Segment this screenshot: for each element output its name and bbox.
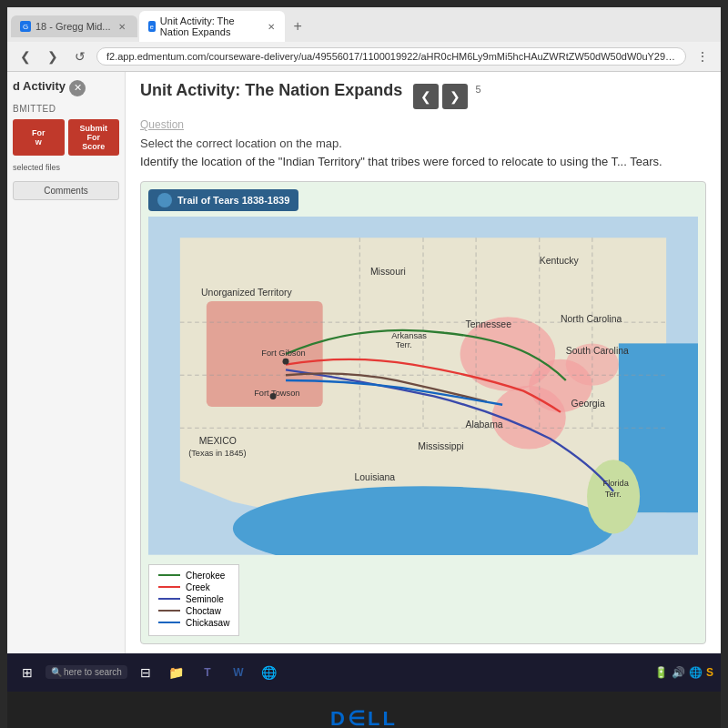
tab-close-unit[interactable]: ✕ <box>267 20 276 33</box>
taskbar-notification-s: S <box>706 666 713 679</box>
sidebar-title: d Activity <box>13 79 66 93</box>
legend-label-seminole: Seminole <box>186 594 224 604</box>
instruction-text: Select the correct location on the map. <box>140 136 706 150</box>
taskbar-file-explorer-button[interactable]: 📁 <box>164 660 189 685</box>
legend-line-chickasaw <box>158 622 180 623</box>
tab-label-gregg: 18 - Gregg Mid... <box>35 21 111 32</box>
main-content: Unit Activity: The Nation Expands ❮ ❯ 5 … <box>126 72 721 653</box>
map-svg: Unorganized Territory Missouri Kentucky … <box>148 217 698 555</box>
svg-text:South Carolina: South Carolina <box>566 346 629 356</box>
address-bar-row: ❮ ❯ ↺ f2.app.edmentum.com/courseware-del… <box>7 42 721 71</box>
start-button[interactable]: ⊞ <box>15 660 40 685</box>
search-icon: 🔍 <box>51 667 62 677</box>
svg-text:Louisiana: Louisiana <box>355 473 396 483</box>
legend-label-chickasaw: Chickasaw <box>186 618 229 628</box>
selected-files-label: selected files <box>13 163 119 172</box>
submit-for-score-button[interactable]: Submit ForScore <box>68 119 120 156</box>
taskbar-volume-icon: 🔊 <box>672 666 685 679</box>
new-tab-button[interactable]: + <box>287 14 309 39</box>
legend-item-seminole: Seminole <box>158 594 229 604</box>
question-text: Identify the location of the "Indian Ter… <box>140 154 706 170</box>
svg-text:Tennessee: Tennessee <box>465 319 511 329</box>
tab-label-unit: Unit Activity: The Nation Expands <box>160 15 262 37</box>
prev-question-button[interactable]: ❮ <box>413 84 439 109</box>
forward-button[interactable]: ❯ <box>42 46 64 67</box>
tab-gregg[interactable]: G 18 - Gregg Mid... ✕ <box>11 15 137 37</box>
sidebar-close-button[interactable]: ✕ <box>69 80 86 96</box>
taskbar-word-button[interactable]: W <box>226 660 251 685</box>
taskbar-teams-button[interactable]: T <box>195 660 220 685</box>
legend-line-seminole <box>158 598 180 600</box>
svg-text:Terr.: Terr. <box>396 340 412 349</box>
sidebar-header: d Activity ✕ <box>13 79 119 96</box>
map-title-banner: Trail of Tears 1838-1839 <box>148 189 298 211</box>
legend-line-cherokee <box>158 574 180 576</box>
taskbar-tray: 🔋 🔊 🌐 S <box>654 666 713 679</box>
svg-text:Missouri: Missouri <box>370 267 406 277</box>
svg-text:(Texas in 1845): (Texas in 1845) <box>188 449 246 458</box>
dell-logo: D∈LL <box>330 707 398 728</box>
tab-close-gregg[interactable]: ✕ <box>116 20 128 33</box>
search-label[interactable]: here to search <box>64 667 122 677</box>
svg-text:Mississippi: Mississippi <box>418 441 463 451</box>
taskbar-battery-icon: 🔋 <box>654 666 668 679</box>
taskbar: ⊞ 🔍 here to search ⊟ 📁 T W 🌐 🔋 🔊 🌐 S <box>7 653 721 692</box>
svg-text:Alabama: Alabama <box>465 420 502 430</box>
svg-point-18 <box>283 359 289 365</box>
svg-text:Fort Towson: Fort Towson <box>254 389 299 399</box>
comments-button[interactable]: Comments <box>13 181 119 200</box>
refresh-button[interactable]: ↺ <box>69 46 91 67</box>
sidebar: d Activity ✕ BMITTED Forw Submit ForScor… <box>7 72 126 653</box>
svg-text:Fort Gibson: Fort Gibson <box>261 349 306 359</box>
svg-text:MEXICO: MEXICO <box>199 436 237 446</box>
taskbar-task-view-button[interactable]: ⊟ <box>133 660 158 685</box>
legend-item-cherokee: Cherokee <box>158 571 229 581</box>
legend-line-choctaw <box>158 610 180 612</box>
tab-favicon-gregg: G <box>20 21 31 32</box>
settings-button[interactable]: ⋮ <box>692 46 713 67</box>
browser-chrome: G 18 - Gregg Mid... ✕ e Unit Activity: T… <box>7 7 721 72</box>
taskbar-network-icon: 🌐 <box>689 666 703 679</box>
svg-text:Kentucky: Kentucky <box>540 256 580 266</box>
tab-unit-activity[interactable]: e Unit Activity: The Nation Expands ✕ <box>139 11 285 42</box>
back-button[interactable]: ❮ <box>15 46 36 67</box>
taskbar-chrome-button[interactable]: 🌐 <box>257 660 282 685</box>
legend-label-creek: Creek <box>186 582 210 592</box>
dell-logo-area: D∈LL <box>7 692 721 728</box>
legend-label-choctaw: Choctaw <box>186 606 221 616</box>
next-question-button[interactable]: ❯ <box>442 84 468 109</box>
address-bar[interactable]: f2.app.edmentum.com/courseware-delivery/… <box>96 47 686 66</box>
legend-item-creek: Creek <box>158 582 229 592</box>
svg-text:North Carolina: North Carolina <box>561 314 622 324</box>
legend-label-cherokee: Cherokee <box>186 571 225 581</box>
svg-text:Arkansas: Arkansas <box>391 331 427 340</box>
map-legend: Cherokee Creek Seminole Choctaw <box>148 564 239 636</box>
svg-text:Terr.: Terr. <box>605 490 622 499</box>
legend-line-creek <box>158 586 180 588</box>
svg-text:Unorganized Territory: Unorganized Territory <box>201 288 292 298</box>
svg-text:Florida: Florida <box>602 479 629 488</box>
legend-item-choctaw: Choctaw <box>158 606 229 616</box>
view-button[interactable]: Forw <box>13 119 65 156</box>
legend-item-chickasaw: Chickasaw <box>158 618 229 628</box>
tabs-bar: G 18 - Gregg Mid... ✕ e Unit Activity: T… <box>7 7 721 42</box>
submitted-label: BMITTED <box>13 104 119 114</box>
content-area: d Activity ✕ BMITTED Forw Submit ForScor… <box>7 72 721 653</box>
globe-icon <box>157 193 172 207</box>
action-buttons-row: Forw Submit ForScore <box>13 119 119 156</box>
map-container[interactable]: Trail of Tears 1838-1839 <box>140 181 706 644</box>
question-subtitle: Question <box>140 118 184 131</box>
svg-text:Georgia: Georgia <box>571 399 605 409</box>
tab-favicon-unit: e <box>148 21 156 32</box>
page-title: Unit Activity: The Nation Expands <box>140 81 402 100</box>
map-title-text: Trail of Tears 1838-1839 <box>177 195 289 206</box>
nav-arrows: ❮ ❯ 5 <box>413 84 480 109</box>
